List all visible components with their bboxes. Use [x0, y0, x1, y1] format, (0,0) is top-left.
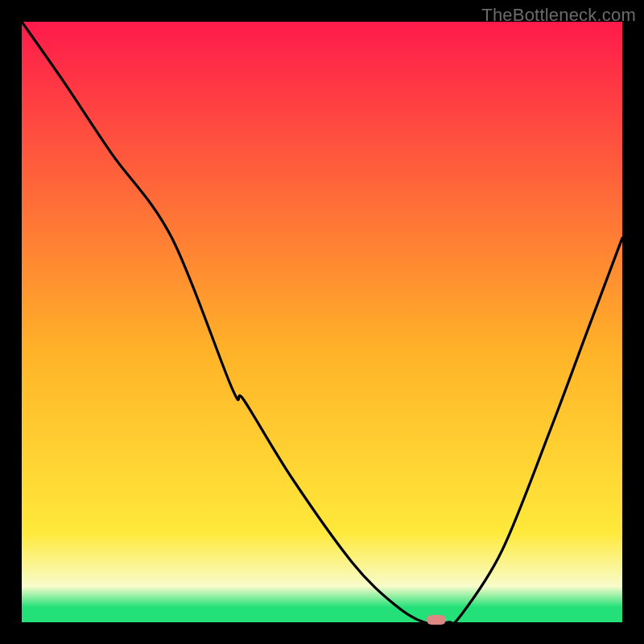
chart-container: TheBottleneck.com — [0, 0, 644, 644]
gradient-background — [22, 22, 622, 622]
watermark-text: TheBottleneck.com — [481, 5, 636, 26]
optimal-marker — [427, 615, 446, 625]
plot-area — [22, 22, 622, 622]
plot-svg — [22, 22, 622, 622]
